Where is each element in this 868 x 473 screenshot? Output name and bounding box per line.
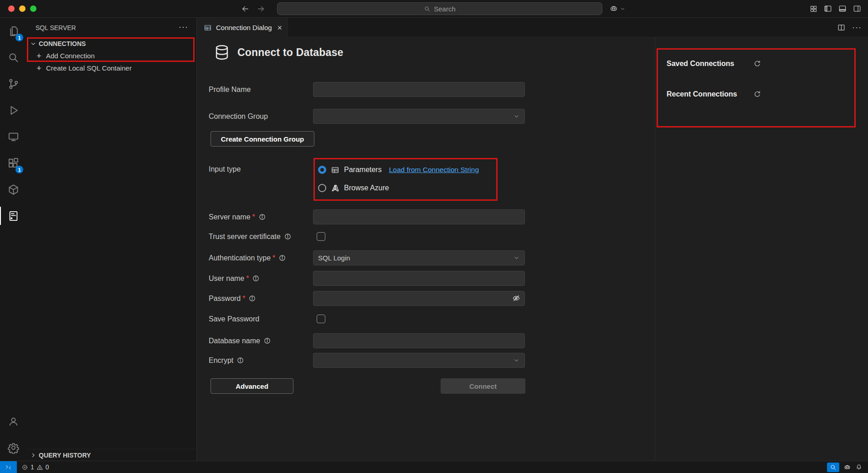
activity-sql-server[interactable] [0, 203, 26, 229]
info-icon[interactable] [258, 213, 266, 221]
advanced-button[interactable]: Advanced [211, 378, 293, 394]
activity-containers[interactable] [0, 176, 26, 203]
info-icon[interactable] [252, 275, 260, 282]
plus-icon: + [36, 64, 42, 72]
connection-group-select[interactable] [313, 109, 525, 124]
database-name-row: Database name [209, 333, 525, 348]
required-asterisk: * [272, 254, 275, 262]
sql-server-icon [7, 210, 20, 222]
parameters-radio[interactable] [318, 166, 326, 174]
parameters-label: Parameters [344, 166, 382, 174]
bell-icon[interactable] [855, 463, 863, 471]
activity-settings[interactable] [0, 434, 26, 461]
refresh-icon[interactable] [753, 90, 761, 98]
activity-search[interactable] [0, 44, 26, 71]
query-history-header-label: QUERY HISTORY [39, 452, 91, 459]
query-history-section-header[interactable]: QUERY HISTORY [26, 449, 196, 461]
recent-connections-row: Recent Connections [667, 88, 761, 101]
activity-source-control[interactable] [0, 71, 26, 97]
sidebar-title: SQL SERVER [36, 24, 76, 31]
sidebar-item-add-connection[interactable]: + Add Connection [26, 50, 196, 62]
sidebar-item-create-local-sql-container[interactable]: + Create Local SQL Container [26, 62, 196, 74]
close-icon[interactable]: × [277, 24, 282, 32]
authentication-type-label: Authentication type [209, 254, 271, 262]
tab-connection-dialog[interactable]: Connection Dialog × [197, 18, 288, 37]
editor-area: Connection Dialog × ··· Connect to Datab… [197, 18, 868, 461]
load-from-connection-string-link[interactable]: Load from Connection String [389, 166, 479, 174]
input-type-parameters-row: Parameters Load from Connection String [318, 163, 479, 177]
browse-azure-radio[interactable] [318, 184, 326, 192]
maximize-window-button[interactable] [30, 5, 36, 12]
server-name-input[interactable] [313, 209, 525, 224]
remote-icon [5, 464, 12, 471]
toggle-primary-sidebar-icon[interactable] [823, 4, 832, 13]
plus-icon: + [36, 52, 42, 60]
customize-layout-icon[interactable] [809, 5, 818, 13]
gear-icon [7, 442, 20, 454]
window-controls [8, 5, 36, 12]
account-icon [7, 415, 20, 427]
trust-server-certificate-checkbox[interactable] [317, 232, 325, 241]
server-name-label: Server name [209, 213, 251, 221]
copilot-icon[interactable] [843, 463, 851, 471]
eye-off-icon[interactable] [512, 294, 521, 303]
close-window-button[interactable] [8, 5, 15, 12]
problems-status[interactable]: 1 0 [21, 463, 49, 471]
search-icon [7, 51, 20, 64]
user-name-input[interactable] [313, 271, 525, 286]
add-connection-label: Add Connection [46, 52, 95, 60]
input-type-browse-azure-row: Browse Azure [318, 181, 389, 195]
password-label: Password [209, 295, 241, 303]
connection-group-label: Connection Group [209, 112, 268, 121]
connections-header-label: CONNECTIONS [39, 40, 86, 47]
recent-connections-title: Recent Connections [667, 90, 737, 98]
back-icon[interactable] [241, 5, 250, 13]
toggle-panel-icon[interactable] [838, 4, 847, 13]
server-name-row: Server name * [209, 209, 525, 224]
activity-extensions[interactable]: 1 [0, 150, 26, 176]
connections-side-panel: Saved Connections Recent Connections [655, 37, 868, 461]
password-input[interactable] [313, 291, 525, 306]
copilot-menu[interactable] [609, 0, 626, 17]
database-name-input[interactable] [313, 333, 525, 348]
profile-name-input[interactable] [313, 82, 525, 97]
create-connection-group-button[interactable]: Create Connection Group [211, 131, 314, 147]
info-icon[interactable] [284, 233, 292, 240]
activity-remote-explorer[interactable] [0, 123, 26, 150]
remote-explorer-icon [7, 131, 20, 143]
activity-run-debug[interactable] [0, 97, 26, 123]
command-center-search[interactable]: Search [277, 2, 602, 15]
minimize-window-button[interactable] [19, 5, 26, 12]
refresh-icon[interactable] [753, 60, 761, 68]
sidebar: SQL SERVER ··· CONNECTIONS + Add Connect… [26, 18, 197, 461]
authentication-type-select[interactable]: SQL Login [313, 250, 525, 265]
profile-name-label: Profile Name [209, 86, 251, 94]
editor-actions-ellipsis[interactable]: ··· [852, 23, 862, 32]
toggle-secondary-sidebar-icon[interactable] [853, 4, 862, 13]
connection-dialog-icon [204, 24, 212, 32]
split-editor-icon[interactable] [837, 23, 846, 32]
sidebar-actions-ellipsis[interactable]: ··· [179, 22, 188, 32]
info-icon[interactable] [278, 254, 286, 262]
activity-explorer[interactable]: 1 [0, 18, 26, 44]
save-password-label: Save Password [209, 315, 259, 323]
info-icon[interactable] [248, 295, 256, 302]
remote-indicator[interactable] [0, 461, 17, 473]
parameters-table-icon [331, 166, 339, 174]
saved-connections-title: Saved Connections [667, 60, 734, 68]
encrypt-select[interactable] [313, 353, 525, 368]
info-icon[interactable] [236, 356, 244, 364]
zoom-status-item[interactable] [827, 463, 839, 472]
info-icon[interactable] [263, 337, 271, 345]
save-password-checkbox[interactable] [317, 315, 325, 323]
package-icon [7, 183, 20, 196]
warning-icon [36, 464, 43, 471]
connect-button[interactable]: Connect [441, 378, 525, 394]
required-asterisk: * [242, 295, 245, 303]
browse-azure-label: Browse Azure [344, 184, 389, 192]
connections-section-header[interactable]: CONNECTIONS [26, 38, 196, 50]
activity-accounts[interactable] [0, 408, 26, 434]
tab-bar: Connection Dialog × ··· [197, 18, 868, 37]
forward-icon[interactable] [257, 5, 265, 13]
database-name-label: Database name [209, 337, 260, 345]
